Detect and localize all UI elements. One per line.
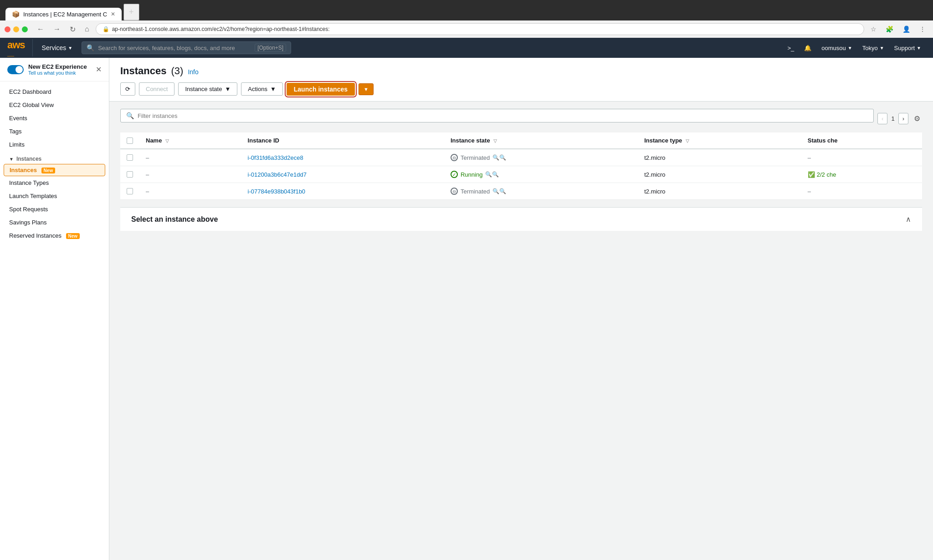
new-experience-toggle[interactable]	[7, 65, 24, 74]
row3-instance-id: i-07784e938b043f1b0	[241, 183, 444, 200]
row2-zoom-icons[interactable]: 🔍🔍	[485, 171, 499, 178]
sidebar-section-instances[interactable]: ▼ Instances	[0, 151, 109, 164]
region-button[interactable]: Tokyo ▼	[858, 43, 889, 53]
row2-instance-id-link[interactable]: i-01200a3b6c47e1dd7	[248, 171, 307, 178]
sidebar-item-spot-requests[interactable]: Spot Requests	[0, 203, 109, 216]
info-link[interactable]: Info	[188, 68, 198, 76]
type-sort-icon[interactable]: ▽	[686, 138, 689, 143]
active-tab[interactable]: 📦 Instances | EC2 Management C ✕	[5, 8, 122, 20]
filter-input[interactable]	[138, 112, 868, 119]
row3-checkbox[interactable]	[127, 188, 133, 194]
page-count: (3)	[171, 65, 184, 77]
services-button[interactable]: Services ▼	[36, 42, 78, 53]
filter-search-icon: 🔍	[126, 112, 134, 119]
user-menu-button[interactable]: oomusou ▼	[817, 43, 856, 53]
sidebar-item-instance-types[interactable]: Instance Types	[0, 176, 109, 189]
back-button[interactable]: ←	[34, 24, 47, 34]
notifications-button[interactable]: 🔔	[800, 43, 816, 53]
row2-state: ✓ Running 🔍🔍	[444, 166, 638, 183]
row2-state-badge: ✓ Running 🔍🔍	[451, 171, 631, 178]
row3-zoom-icons[interactable]: 🔍🔍	[492, 188, 506, 194]
refresh-instances-button[interactable]: ⟳	[120, 82, 135, 96]
instances-table: Name ▽ Instance ID Instance state ▽ Inst…	[120, 132, 922, 200]
row1-zoom-icons[interactable]: 🔍🔍	[492, 154, 506, 161]
sidebar-item-ec2-dashboard[interactable]: EC2 Dashboard	[0, 85, 109, 98]
launch-instances-button[interactable]: Launch instances	[287, 83, 355, 96]
row1-name: –	[139, 149, 241, 166]
extensions-button[interactable]: 🧩	[883, 24, 896, 34]
profile-button[interactable]: 👤	[900, 24, 913, 34]
filter-bar[interactable]: 🔍	[120, 109, 874, 122]
table-row: – i-0f31fd6a333d2ece8 ⊖ Terminated 🔍🔍 t2…	[120, 149, 922, 166]
row3-name: –	[139, 183, 241, 200]
select-all-header	[120, 132, 139, 149]
browser-tabs: 📦 Instances | EC2 Management C ✕ +	[5, 4, 928, 20]
sidebar-item-tags[interactable]: Tags	[0, 125, 109, 138]
address-bar[interactable]: 🔒 ap-northeast-1.console.aws.amazon.com/…	[96, 23, 864, 35]
content-header: Instances (3) Info ⟳ Connect Instance st…	[109, 58, 933, 102]
sidebar-item-savings-plans[interactable]: Savings Plans	[0, 216, 109, 229]
name-sort-icon[interactable]: ▽	[165, 138, 169, 143]
row2-checkbox[interactable]	[127, 171, 133, 178]
row1-state-badge: ⊖ Terminated 🔍🔍	[451, 154, 631, 161]
row1-instance-id: i-0f31fd6a333d2ece8	[241, 149, 444, 166]
launch-instances-caret-button[interactable]: ▼	[359, 83, 374, 95]
row2-instance-id: i-01200a3b6c47e1dd7	[241, 166, 444, 183]
select-all-checkbox[interactable]	[127, 137, 133, 144]
aws-search-bar[interactable]: 🔍 [Option+S]	[82, 41, 291, 54]
tab-close-button[interactable]: ✕	[111, 11, 115, 17]
col-header-instance-type: Instance type ▽	[638, 132, 801, 149]
refresh-button[interactable]: ↻	[67, 24, 78, 35]
col-header-instance-id: Instance ID	[241, 132, 444, 149]
cloudshell-button[interactable]: >_	[783, 43, 799, 53]
table-settings-button[interactable]: ⚙	[912, 112, 922, 125]
row1-checkbox-cell	[120, 149, 139, 166]
menu-button[interactable]: ⋮	[917, 24, 928, 34]
refresh-icon: ⟳	[125, 86, 130, 92]
new-experience-sub-link[interactable]: Tell us what you think	[28, 70, 87, 76]
new-experience-toggle-section: New EC2 Experience Tell us what you thin…	[0, 58, 109, 81]
sidebar-item-reserved-instances[interactable]: Reserved Instances New	[0, 229, 109, 242]
support-button[interactable]: Support ▼	[890, 43, 926, 53]
row2-status-check-label: 2/2 che	[817, 171, 836, 178]
instance-state-button[interactable]: Instance state ▼	[178, 82, 237, 96]
search-input[interactable]	[98, 45, 251, 51]
cloudshell-icon: >_	[787, 45, 794, 51]
sidebar-item-instances[interactable]: Instances New	[4, 164, 105, 176]
sidebar-item-limits[interactable]: Limits	[0, 138, 109, 151]
actions-label: Actions	[248, 86, 267, 92]
bookmark-button[interactable]: ☆	[868, 24, 879, 34]
connect-button[interactable]: Connect	[139, 82, 174, 96]
maximize-window-button[interactable]	[22, 26, 28, 32]
row1-checkbox[interactable]	[127, 154, 133, 161]
row1-instance-id-link[interactable]: i-0f31fd6a333d2ece8	[248, 154, 303, 161]
close-window-button[interactable]	[5, 26, 10, 32]
main-layout: New EC2 Experience Tell us what you thin…	[0, 58, 933, 560]
aws-logo: aws ___	[7, 39, 33, 56]
sidebar-item-ec2-global-view[interactable]: EC2 Global View	[0, 98, 109, 112]
new-tab-button[interactable]: +	[123, 4, 139, 20]
region-label: Tokyo	[862, 45, 878, 51]
instances-section-caret: ▼	[9, 157, 14, 162]
home-button[interactable]: ⌂	[82, 24, 92, 34]
sidebar-nav: EC2 Dashboard EC2 Global View Events Tag…	[0, 81, 109, 242]
aws-topbar-actions: >_ 🔔 oomusou ▼ Tokyo ▼ Support ▼	[783, 43, 926, 53]
actions-button[interactable]: Actions ▼	[241, 82, 283, 96]
sidebar-item-events[interactable]: Events	[0, 112, 109, 125]
bell-icon: 🔔	[804, 45, 811, 51]
sidebar-close-button[interactable]: ✕	[96, 65, 102, 74]
state-sort-icon[interactable]: ▽	[493, 138, 497, 143]
pagination-prev-button[interactable]: ‹	[877, 113, 887, 124]
detail-panel-collapse-button[interactable]: ∧	[906, 215, 911, 224]
forward-button[interactable]: →	[51, 24, 63, 34]
support-label: Support	[894, 45, 915, 51]
row3-instance-id-link[interactable]: i-07784e938b043f1b0	[248, 188, 306, 195]
sidebar-item-launch-templates[interactable]: Launch Templates	[0, 189, 109, 203]
minimize-window-button[interactable]	[13, 26, 19, 32]
search-shortcut: [Option+S]	[255, 44, 286, 52]
tab-favicon: 📦	[12, 10, 20, 18]
instances-new-badge: New	[41, 168, 56, 173]
row2-state-icon: ✓	[451, 171, 458, 178]
pagination-next-button[interactable]: ›	[898, 113, 908, 124]
col-header-status-check: Status che	[801, 132, 922, 149]
